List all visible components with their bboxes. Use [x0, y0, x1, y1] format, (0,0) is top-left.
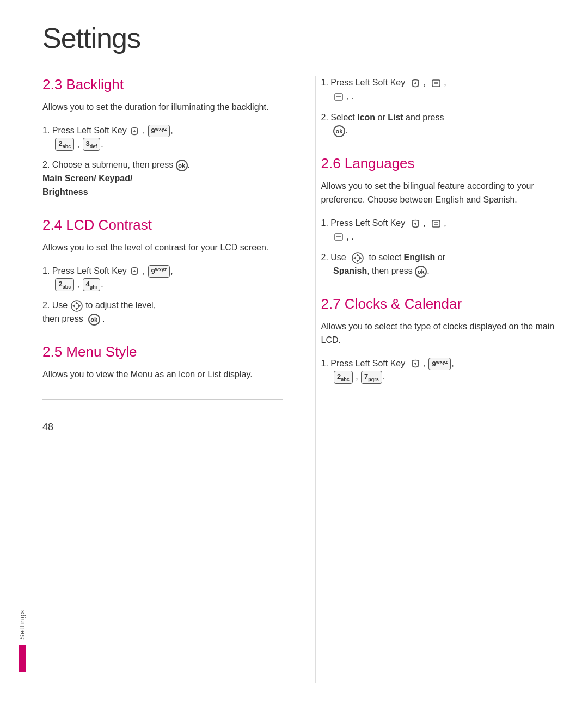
svg-marker-1 [75, 302, 78, 304]
nav-icon-1 [70, 299, 83, 312]
backlight-description: Allows you to set the duration for illum… [42, 101, 283, 114]
lcd-step1: 1. Press Left Soft Key , 9wxyz, 2abc , 4… [42, 265, 283, 292]
key-2abc-1: 2abc [55, 138, 74, 151]
list-label: List [388, 113, 403, 122]
svg-marker-16 [356, 254, 359, 256]
menu-icon-4 [431, 78, 442, 89]
svg-rect-10 [432, 220, 440, 227]
svg-rect-8 [335, 94, 342, 100]
svg-marker-18 [353, 256, 356, 260]
section-menu-style: 2.5 Menu Style Allows you to view the Me… [42, 344, 283, 382]
sidebar: Settings [0, 0, 26, 705]
right-column: 1. Press Left Soft Key , [315, 76, 561, 683]
ok-icon-3: ok [333, 125, 345, 137]
key-7pqrs: 7pqrs [361, 371, 382, 384]
sidebar-bar [19, 645, 26, 672]
menu-icon-8 [333, 231, 344, 242]
svg-marker-19 [359, 256, 362, 260]
menu-icon-6 [410, 218, 421, 229]
languages-step1: 1. Press Left Soft Key , [321, 217, 561, 244]
clocks-description: Allows you to select the type of clocks … [321, 320, 561, 347]
ok-icon-4: ok [415, 266, 427, 278]
clocks-title: 2.7 Clocks & Calendar [321, 296, 561, 312]
icon-label: Icon [357, 113, 375, 122]
menu-icon-9 [410, 358, 421, 369]
spanish-label: Spanish [333, 266, 367, 275]
bottom-divider [42, 399, 283, 400]
backlight-step1-text: 1. Press Left Soft Key [42, 126, 127, 135]
backlight-step2: 2. Choose a submenu, then press ok. Main… [42, 158, 283, 199]
languages-step2: 2. Use to select English or [321, 251, 561, 278]
languages-title: 2.6 Languages [321, 155, 561, 172]
key-2abc-2: 2abc [55, 278, 74, 291]
svg-marker-2 [75, 308, 78, 310]
menu-icon-1 [129, 126, 140, 137]
section-clocks: 2.7 Clocks & Calendar Allows you to sele… [321, 296, 561, 384]
lcd-description: Allows you to set the level of contrast … [42, 241, 283, 255]
svg-marker-3 [72, 304, 75, 308]
menu-style-steps: 1. Press Left Soft Key , [321, 76, 561, 138]
key-9wxyz-3: 9wxyz [428, 358, 451, 371]
key-3def: 3def [83, 138, 101, 151]
menu-style-description: Allows you to view the Menu as an Icon o… [42, 368, 283, 382]
section-backlight: 2.3 Backlight Allows you to set the dura… [42, 76, 283, 199]
backlight-title: 2.3 Backlight [42, 76, 283, 93]
ok-icon-2: ok [88, 314, 100, 326]
key-9wxyz: 9wxyz [148, 125, 170, 138]
section-languages: 2.6 Languages Allows you to set the bili… [321, 155, 561, 278]
backlight-submenu: Main Screen/ Keypad/Brightness [42, 174, 132, 197]
section-lcd: 2.4 LCD Contrast Allows you to set the l… [42, 217, 283, 326]
menu-style-step2: 2. Select Icon or List and press ok. [321, 111, 561, 138]
sidebar-label: Settings [18, 610, 26, 640]
lcd-title: 2.4 LCD Contrast [42, 217, 283, 234]
languages-description: Allows you to set the bilingual feature … [321, 180, 561, 207]
main-content: Settings 2.3 Backlight Allows you to set… [26, 0, 588, 705]
svg-marker-17 [356, 260, 359, 262]
ok-icon-1: ok [176, 160, 188, 171]
page-title: Settings [42, 22, 561, 54]
menu-icon-3 [410, 78, 421, 89]
menu-style-step1: 1. Press Left Soft Key , [321, 76, 561, 103]
svg-rect-5 [432, 80, 440, 87]
nav-icon-2 [351, 252, 364, 265]
menu-icon-2 [129, 266, 140, 277]
svg-marker-4 [78, 304, 81, 308]
backlight-step1: 1. Press Left Soft Key , 9wxyz, 2abc , 3… [42, 124, 283, 151]
page-number: 48 [42, 410, 283, 433]
menu-style-title: 2.5 Menu Style [42, 344, 283, 360]
key-4ghi: 4ghi [83, 278, 101, 291]
lcd-step2: 2. Use to adjust the level,then press [42, 299, 283, 326]
svg-rect-13 [335, 234, 342, 240]
key-9wxyz-2: 9wxyz [148, 265, 170, 278]
menu-icon-7 [431, 218, 442, 229]
columns: 2.3 Backlight Allows you to set the dura… [42, 76, 561, 683]
key-2abc-3: 2abc [334, 371, 353, 384]
menu-icon-5 [333, 91, 344, 102]
lcd-step1-text: 1. Press Left Soft Key [42, 266, 127, 275]
english-label: English [404, 253, 436, 262]
left-column: 2.3 Backlight Allows you to set the dura… [42, 76, 293, 683]
clocks-step1: 1. Press Left Soft Key , 9wxyz, 2abc , 7… [321, 357, 561, 384]
